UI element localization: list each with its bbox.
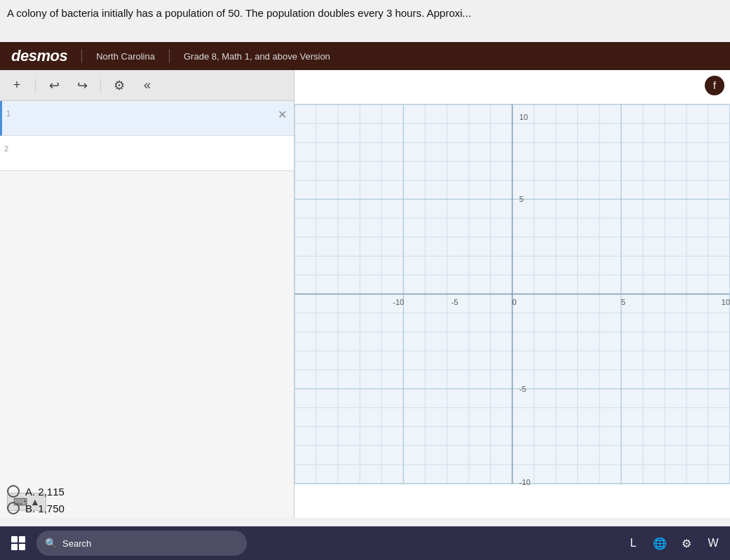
answer-choice-a[interactable]: A. 2,115: [7, 485, 65, 498]
win-cell-bl: [11, 544, 18, 550]
radio-inner-b: [11, 505, 16, 511]
undo-button[interactable]: ↩: [44, 76, 64, 95]
settings-button[interactable]: ⚙: [109, 76, 129, 95]
x-label-5: 5: [621, 298, 626, 306]
start-button[interactable]: [6, 531, 31, 556]
windows-logo: [11, 536, 25, 550]
taskbar-settings-icon[interactable]: ⚙: [675, 532, 698, 554]
taskbar-browser-icon[interactable]: 🌐: [649, 532, 671, 554]
region-label: North Carolina: [96, 51, 155, 62]
header-divider: [81, 49, 82, 63]
taskbar: 🔍 Search L 🌐 ⚙ W: [0, 526, 730, 560]
left-panel: + ↩ ↪ ⚙ « 1 ✕ 2: [0, 70, 295, 518]
expression-row-1[interactable]: 1 ✕: [0, 101, 294, 136]
taskbar-app-icon[interactable]: W: [702, 532, 724, 554]
zoom-icon: f: [713, 80, 716, 91]
course-label: Grade 8, Math 1, and above Version: [184, 51, 330, 62]
header-divider-2: [169, 49, 170, 63]
radio-inner-a: [11, 489, 16, 494]
toolbar-separator-2: [100, 78, 101, 93]
desmos-logo: desmos: [11, 47, 67, 65]
y-label-minus5: -5: [520, 385, 527, 393]
expression-number-2: 2: [4, 144, 15, 153]
taskbar-language-icon[interactable]: L: [622, 532, 644, 554]
x-label-10: 10: [722, 298, 730, 306]
expression-list: 1 ✕ 2: [0, 101, 294, 518]
x-label-minus5: -5: [451, 298, 458, 306]
win-cell-tl: [11, 536, 18, 542]
taskbar-right-area: L 🌐 ⚙ W: [622, 532, 724, 554]
calculator-area: + ↩ ↪ ⚙ « 1 ✕ 2: [0, 70, 730, 518]
expression-input-2[interactable]: [20, 142, 290, 163]
radio-b[interactable]: [7, 502, 20, 514]
search-label: Search: [62, 538, 91, 549]
y-label-5: 5: [520, 195, 524, 203]
answer-label-a: A. 2,115: [25, 486, 65, 498]
toolbar-separator: [35, 78, 36, 93]
search-icon: 🔍: [45, 538, 57, 549]
expression-number-1: 1: [6, 109, 18, 118]
radio-a[interactable]: [7, 485, 20, 498]
y-label-10: 10: [520, 113, 528, 121]
main-area: desmos North Carolina Grade 8, Math 1, a…: [0, 42, 730, 518]
question-text: A colony of bacteria initially has a pop…: [7, 6, 723, 20]
answer-choices: A. 2,115 B. 1,750: [7, 485, 65, 514]
add-expression-button[interactable]: +: [7, 76, 27, 95]
win-cell-br: [19, 544, 25, 550]
answer-choice-b[interactable]: B. 1,750: [7, 502, 65, 514]
expression-close-1[interactable]: ✕: [275, 107, 290, 123]
x-label-0: 0: [512, 298, 516, 306]
taskbar-search-bar[interactable]: 🔍 Search: [36, 531, 247, 556]
zoom-fit-button[interactable]: f: [705, 76, 724, 95]
collapse-button[interactable]: «: [137, 76, 157, 95]
win-cell-tr: [19, 536, 25, 542]
x-label-minus10: -10: [393, 298, 404, 306]
y-label-minus10: -10: [520, 478, 531, 486]
desmos-header: desmos North Carolina Grade 8, Math 1, a…: [0, 42, 730, 70]
answer-label-b: B. 1,750: [25, 503, 65, 514]
graph-area[interactable]: -10 -5 0 5 10 10 5 -5 -10 f: [295, 70, 730, 518]
graph-svg: -10 -5 0 5 10 10 5 -5 -10: [295, 70, 730, 518]
redo-button[interactable]: ↪: [72, 76, 92, 95]
expression-row-2[interactable]: 2: [0, 136, 294, 171]
expression-toolbar: + ↩ ↪ ⚙ «: [0, 70, 294, 101]
expression-input-1[interactable]: [22, 107, 275, 128]
